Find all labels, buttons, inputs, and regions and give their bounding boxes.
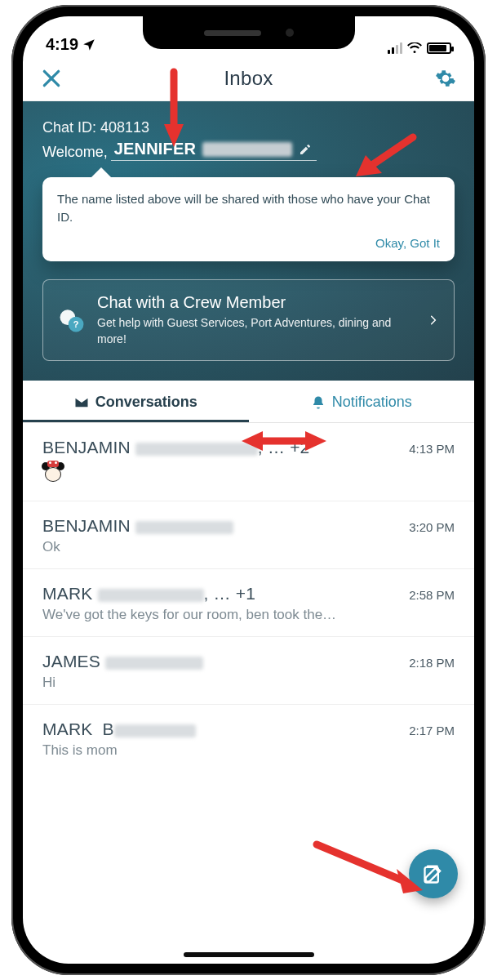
pencil-icon <box>299 143 312 156</box>
chat-id-value: 408113 <box>100 119 149 136</box>
side-button <box>15 225 23 291</box>
redacted <box>98 589 204 602</box>
tab-conversations-label: Conversations <box>95 394 197 411</box>
device-frame: 4:19 Inbox Chat ID: 408113 <box>11 5 486 975</box>
conversation-preview: We've got the keys for our room, ben too… <box>42 607 393 623</box>
battery-icon <box>427 42 451 54</box>
redacted <box>114 724 196 737</box>
chat-id-label: Chat ID: <box>42 119 96 136</box>
welcome-label: Welcome, <box>42 144 108 161</box>
conversation-preview: This is mom <box>42 742 393 759</box>
conversation-time: 3:20 PM <box>409 520 455 534</box>
conversation-name: MARK B <box>42 719 196 739</box>
conversation-row[interactable]: MARK , … +1 2:58 PM We've got the keys f… <box>23 569 474 637</box>
conversation-name: BENJAMIN <box>42 516 233 536</box>
redacted-lastname <box>202 142 292 157</box>
compose-button[interactable] <box>409 849 458 898</box>
conversation-name: JAMES <box>42 652 203 671</box>
envelope-icon <box>74 395 89 410</box>
wifi-icon <box>407 42 422 54</box>
close-icon[interactable] <box>41 68 62 89</box>
compose-icon <box>422 862 445 885</box>
status-time: 4:19 <box>46 35 78 54</box>
conversation-time: 2:17 PM <box>409 724 455 737</box>
side-button <box>474 234 482 323</box>
conversation-row[interactable]: BENJAMIN , … +2 4:13 PM <box>23 423 474 501</box>
conversation-row[interactable]: MARK B 2:17 PM This is mom <box>23 705 474 772</box>
svg-text:?: ? <box>73 319 79 329</box>
conversation-row[interactable]: BENJAMIN 3:20 PM Ok <box>23 501 474 569</box>
side-button <box>15 168 23 204</box>
conversation-name: BENJAMIN , … +2 <box>42 438 309 457</box>
screen: 4:19 Inbox Chat ID: 408113 <box>23 16 474 964</box>
conversation-preview: Ok <box>42 539 393 555</box>
crew-subtitle: Get help with Guest Services, Port Adven… <box>97 315 416 347</box>
redacted <box>135 443 258 456</box>
cellular-icon <box>388 42 402 54</box>
chat-crew-card[interactable]: ? Chat with a Crew Member Get help with … <box>42 279 455 361</box>
conversation-time: 4:13 PM <box>409 442 455 456</box>
redacted <box>105 657 203 670</box>
gear-icon[interactable] <box>435 68 456 89</box>
minnie-emoji-icon <box>42 462 64 483</box>
chat-id: Chat ID: 408113 <box>42 119 455 136</box>
conversation-preview: Hi <box>42 675 393 691</box>
tooltip-text: The name listed above will be shared wit… <box>57 190 440 226</box>
conversation-row[interactable]: JAMES 2:18 PM Hi <box>23 637 474 705</box>
tab-notifications-label: Notifications <box>332 394 412 411</box>
location-arrow-icon <box>82 38 96 52</box>
chat-bubble-icon: ? <box>58 306 86 334</box>
navbar: Inbox <box>23 56 474 101</box>
page-title: Inbox <box>224 67 273 90</box>
conversation-name: MARK , … +1 <box>42 584 255 604</box>
tabs: Conversations Notifications <box>23 381 474 423</box>
username: JENNIFER <box>114 140 197 158</box>
hero-panel: Chat ID: 408113 Welcome, JENNIFER The na… <box>23 101 474 381</box>
conversation-time: 2:18 PM <box>409 656 455 670</box>
tab-conversations[interactable]: Conversations <box>23 381 249 422</box>
svg-line-11 <box>317 844 406 882</box>
conversation-preview <box>42 462 455 488</box>
crew-title: Chat with a Crew Member <box>97 293 416 312</box>
bell-icon <box>311 395 326 410</box>
name-share-tooltip: The name listed above will be shared wit… <box>42 177 455 261</box>
edit-name-button[interactable]: JENNIFER <box>111 140 317 161</box>
home-indicator[interactable] <box>184 952 314 957</box>
tab-notifications[interactable]: Notifications <box>249 381 475 422</box>
redacted <box>135 521 233 534</box>
tooltip-ok-button[interactable]: Okay, Got It <box>57 234 440 252</box>
conversation-list: BENJAMIN , … +2 4:13 PM BENJAMIN <box>23 423 474 772</box>
notch <box>143 16 355 49</box>
chevron-right-icon <box>428 314 439 326</box>
conversation-time: 2:58 PM <box>409 588 455 602</box>
side-button <box>15 307 23 372</box>
